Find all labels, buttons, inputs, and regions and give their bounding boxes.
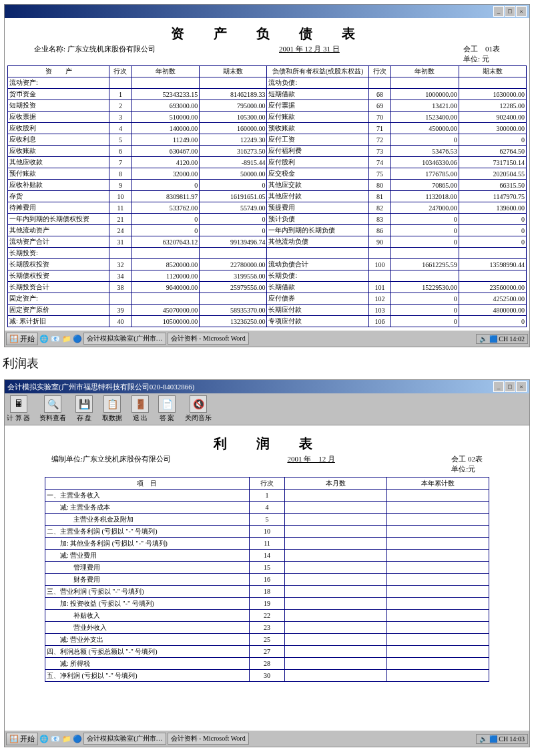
year-cell[interactable] bbox=[387, 526, 489, 538]
asset-cell: 流动资产合计 bbox=[8, 236, 109, 248]
month-cell[interactable] bbox=[285, 550, 387, 562]
month-cell[interactable] bbox=[285, 490, 387, 502]
system-tray[interactable]: 🔊 🟦 CH 14:02 bbox=[476, 334, 528, 344]
month-cell[interactable] bbox=[285, 610, 387, 622]
year-cell[interactable] bbox=[387, 562, 489, 574]
begin-cell bbox=[131, 248, 199, 259]
row-cell: 24 bbox=[109, 225, 132, 236]
table-row: 长期股权投资328520000.0022780000.00流动负债合计10016… bbox=[8, 259, 527, 270]
table-row: 待摊费用11533762.0055749.00预提费用82247000.0013… bbox=[8, 202, 527, 214]
year-cell[interactable] bbox=[387, 490, 489, 502]
taskbar-btn-1[interactable]: 会计模拟实验室(广州市… bbox=[83, 333, 166, 345]
row2-cell: 70 bbox=[368, 112, 391, 123]
windows-icon: 🪟 bbox=[9, 335, 19, 343]
month-cell[interactable] bbox=[285, 538, 387, 550]
close-button[interactable]: × bbox=[516, 6, 527, 17]
month-cell[interactable] bbox=[285, 622, 387, 634]
row2-cell: 80 bbox=[368, 180, 391, 191]
table-row: 管理费用15 bbox=[45, 562, 489, 574]
titlebar[interactable]: _ □ × bbox=[5, 5, 529, 18]
toolbar-item[interactable]: 💾存 盘 bbox=[75, 395, 93, 423]
liab-cell: 预提费用 bbox=[267, 202, 368, 214]
end2-cell: 0 bbox=[459, 236, 526, 248]
year-cell[interactable] bbox=[387, 550, 489, 562]
maximize-button[interactable]: □ bbox=[505, 381, 515, 392]
month-cell[interactable] bbox=[285, 514, 387, 526]
month-cell[interactable] bbox=[285, 658, 387, 670]
system-tray[interactable]: 🔊 🟦 CH 14:03 bbox=[476, 734, 528, 744]
taskbar-btn-2[interactable]: 会计资料 - Microsoft Word bbox=[168, 333, 249, 345]
begin2-cell: 1776785.00 bbox=[391, 168, 459, 180]
end2-cell: 902400.00 bbox=[459, 112, 526, 123]
item-cell: 二、主营业务利润 (亏损以 "-" 号填列) bbox=[45, 526, 250, 538]
col-begin2: 年初数 bbox=[391, 66, 459, 77]
titlebar[interactable]: 会计模拟实验室(广州市福思特科技有限公司020-84032866) _ □ × bbox=[5, 380, 529, 393]
quick-launch[interactable]: 🌐 📧 📁 🔵 bbox=[39, 735, 82, 743]
toolbar-item[interactable]: 🔇关闭音乐 bbox=[185, 395, 212, 423]
month-cell[interactable] bbox=[285, 598, 387, 610]
toolbar-item[interactable]: 🔍资料查看 bbox=[39, 395, 66, 423]
toolbar-item[interactable]: 📄答 案 bbox=[158, 395, 176, 423]
table-row: 主营业务税金及附加5 bbox=[45, 514, 489, 526]
taskbar-btn-2[interactable]: 会计资料 - Microsoft Word bbox=[168, 733, 249, 745]
begin-cell: 63207643.12 bbox=[131, 236, 199, 248]
item-cell: 一、主营业务收入 bbox=[45, 490, 250, 502]
year-cell[interactable] bbox=[387, 598, 489, 610]
close-button[interactable]: × bbox=[516, 381, 527, 392]
toolbar-item[interactable]: 🖩计 算 器 bbox=[7, 395, 30, 423]
table-row: 固定资产:应付债券10204252500.00 bbox=[8, 293, 527, 305]
start-button[interactable]: 🪟开始 bbox=[6, 733, 38, 745]
year-cell[interactable] bbox=[387, 514, 489, 526]
month-cell[interactable] bbox=[285, 646, 387, 658]
row-cell: 30 bbox=[249, 670, 284, 682]
end2-cell: 0 bbox=[459, 316, 526, 327]
col-row: 行次 bbox=[109, 66, 132, 77]
month-cell[interactable] bbox=[285, 634, 387, 646]
start-button[interactable]: 🪟开始 bbox=[6, 333, 38, 345]
quick-launch[interactable]: 🌐 📧 📁 🔵 bbox=[39, 335, 82, 343]
item-cell: 减: 主营业务成本 bbox=[45, 502, 250, 514]
year-cell[interactable] bbox=[387, 586, 489, 598]
row-cell: 2 bbox=[109, 100, 132, 112]
toolbar-item[interactable]: 🚪退 出 bbox=[131, 395, 149, 423]
month-cell[interactable] bbox=[285, 526, 387, 538]
year-cell[interactable] bbox=[387, 646, 489, 658]
taskbar-btn-1[interactable]: 会计模拟实验室(广州市… bbox=[83, 733, 166, 745]
minimize-button[interactable]: _ bbox=[493, 6, 504, 17]
month-cell[interactable] bbox=[285, 586, 387, 598]
table-row: 应收票据3510000.00105300.00应付账款701523400.009… bbox=[8, 112, 527, 123]
end2-cell: 1630000.00 bbox=[459, 89, 526, 100]
table-row: 加: 其他业务利润 (亏损以 "-" 号填列)11 bbox=[45, 538, 489, 550]
sheet-title: 资 产 负 债 表 bbox=[7, 21, 527, 44]
row2-cell: 101 bbox=[368, 282, 391, 293]
month-cell[interactable] bbox=[285, 562, 387, 574]
month-cell[interactable] bbox=[285, 502, 387, 514]
row2-cell: 102 bbox=[368, 293, 391, 305]
begin-cell: 533762.00 bbox=[131, 202, 199, 214]
year-cell[interactable] bbox=[387, 538, 489, 550]
item-cell: 加: 投资收益 (亏损以 "-" 号填列) bbox=[45, 598, 250, 610]
year-cell[interactable] bbox=[387, 634, 489, 646]
table-row: 其他应收款74120.00-8915.44应付股利7410346330.0673… bbox=[8, 157, 527, 168]
maximize-button[interactable]: □ bbox=[505, 6, 515, 17]
year-cell[interactable] bbox=[387, 574, 489, 586]
asset-cell: 应收补贴款 bbox=[8, 180, 109, 191]
year-cell[interactable] bbox=[387, 622, 489, 634]
toolbar-item[interactable]: 📋取数据 bbox=[102, 395, 122, 423]
year-cell[interactable] bbox=[387, 502, 489, 514]
table-row: 一年内到期的长期债权投资2100预计负债8300 bbox=[8, 214, 527, 225]
toolbar-icon: 🔇 bbox=[190, 395, 207, 413]
minimize-button[interactable]: _ bbox=[493, 381, 504, 392]
year-cell[interactable] bbox=[387, 670, 489, 682]
table-row: 长期投资合计389640000.0025979556.00长期借款1011522… bbox=[8, 282, 527, 293]
company-name: 广东立统机床股份有限公司 bbox=[67, 45, 156, 53]
window-controls: _ □ × bbox=[493, 380, 527, 393]
begin2-cell: 0 bbox=[391, 305, 459, 316]
year-cell[interactable] bbox=[387, 610, 489, 622]
year-cell[interactable] bbox=[387, 658, 489, 670]
table-row: 四、利润总额 (亏损总额以 "-" 号填列)27 bbox=[45, 646, 489, 658]
month-cell[interactable] bbox=[285, 670, 387, 682]
form-code: 会工 02表 bbox=[451, 455, 483, 463]
month-cell[interactable] bbox=[285, 574, 387, 586]
asset-cell: 长期股权投资 bbox=[8, 259, 109, 270]
